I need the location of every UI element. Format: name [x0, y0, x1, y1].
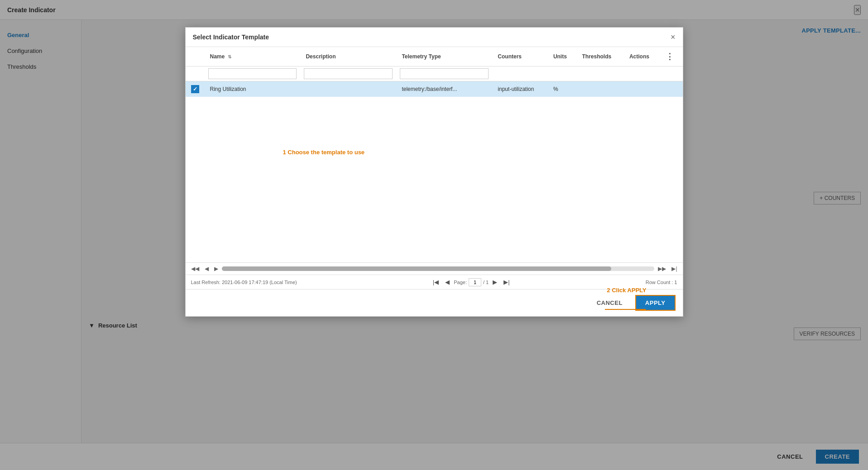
page-label: Page: — [454, 280, 467, 285]
row-thresholds-cell — [576, 81, 623, 97]
filter-actions-cell — [624, 66, 660, 81]
row-more-cell — [660, 81, 683, 97]
horizontal-scrollbar: ◀◀ ◀ ▶ ▶▶ ▶| — [186, 262, 683, 275]
col-description: Description — [300, 47, 396, 66]
more-options-icon[interactable]: ⋮ — [666, 52, 674, 61]
filter-checkbox-cell — [186, 66, 205, 81]
filter-counters-cell — [492, 66, 548, 81]
modal-cancel-button[interactable]: CANCEL — [590, 296, 630, 310]
pagination-area: Last Refresh: 2021-06-09 17:47:19 (Local… — [186, 275, 683, 289]
row-description-cell — [300, 81, 396, 97]
table-header-row: Name ⇅ Description Telemetry Type Counte… — [186, 47, 683, 66]
scroll-left-first-button[interactable]: ◀◀ — [189, 265, 201, 273]
row-telemetry-cell: telemetry:/base/interf... — [396, 81, 492, 97]
filter-more-cell — [660, 66, 683, 81]
scroll-right-end-button[interactable]: ▶| — [670, 265, 679, 273]
modal-table-container: Name ⇅ Description Telemetry Type Counte… — [186, 47, 683, 262]
pagination-controls: |◀ ◀ Page: / 1 ▶ ▶| — [431, 278, 512, 286]
modal-footer: CANCEL APPLY 2 Click APPLY — [186, 289, 683, 316]
modal-dialog: Select Indicator Template × Name ⇅ Descr… — [185, 27, 683, 317]
col-more[interactable]: ⋮ — [660, 47, 683, 66]
col-actions: Actions — [624, 47, 660, 66]
filter-description-cell — [300, 66, 396, 81]
indicator-template-table: Name ⇅ Description Telemetry Type Counte… — [186, 47, 683, 97]
main-window: Create Indicator × General Configuration… — [0, 0, 868, 470]
last-refresh-label: Last Refresh: 2021-06-09 17:47:19 (Local… — [191, 280, 297, 285]
row-name-cell: Ring Utilization — [205, 81, 301, 97]
filter-description-input[interactable] — [304, 68, 393, 79]
filter-thresholds-cell — [576, 66, 623, 81]
page-last-button[interactable]: ▶| — [501, 278, 512, 286]
modal-header: Select Indicator Template × — [186, 28, 683, 47]
modal-apply-button[interactable]: APPLY — [635, 295, 676, 311]
filter-telemetry-cell — [396, 66, 492, 81]
row-actions-cell — [624, 81, 660, 97]
modal-overlay: Select Indicator Template × Name ⇅ Descr… — [0, 0, 868, 470]
page-next-button[interactable]: ▶ — [490, 278, 499, 286]
col-name[interactable]: Name ⇅ — [205, 47, 301, 66]
modal-close-button[interactable]: × — [671, 33, 676, 41]
col-counters: Counters — [492, 47, 548, 66]
row-counters-cell: input-utilization — [492, 81, 548, 97]
filter-name-input[interactable] — [208, 68, 297, 79]
scroll-thumb — [222, 266, 611, 271]
sort-icon: ⇅ — [228, 54, 231, 59]
page-number-input[interactable] — [469, 278, 481, 286]
row-units-cell: % — [548, 81, 577, 97]
table-filter-row — [186, 66, 683, 81]
col-telemetry-type: Telemetry Type — [396, 47, 492, 66]
col-checkbox — [186, 47, 205, 66]
col-units: Units — [548, 47, 577, 66]
table-row[interactable]: Ring Utilization telemetry:/base/interf.… — [186, 81, 683, 97]
row-checkbox-cell — [186, 81, 205, 97]
scroll-track[interactable] — [222, 266, 655, 271]
modal-title: Select Indicator Template — [193, 33, 269, 41]
page-prev-button[interactable]: ◀ — [443, 278, 452, 286]
filter-name-cell — [205, 66, 301, 81]
row-count-label: Row Count : 1 — [646, 280, 677, 285]
filter-telemetry-input[interactable] — [400, 68, 489, 79]
filter-units-cell — [548, 66, 577, 81]
scroll-left-button[interactable]: ◀ — [203, 265, 211, 273]
hint-choose-template: 1 Choose the template to use — [283, 149, 365, 156]
col-thresholds: Thresholds — [576, 47, 623, 66]
scroll-right-last-button[interactable]: ▶▶ — [656, 265, 668, 273]
row-checkbox[interactable] — [191, 85, 199, 93]
total-pages-label: / 1 — [483, 280, 489, 285]
scroll-right-button[interactable]: ▶ — [212, 265, 220, 273]
page-first-button[interactable]: |◀ — [431, 278, 441, 286]
